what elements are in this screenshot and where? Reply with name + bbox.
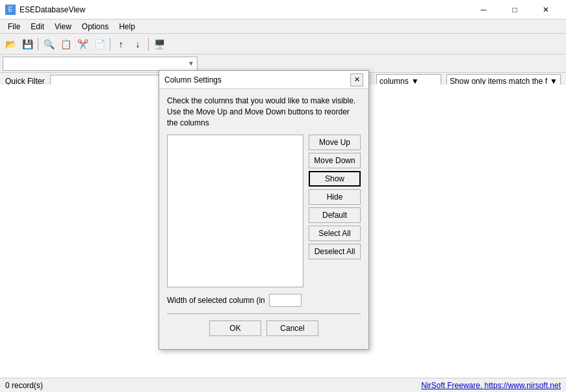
show-button[interactable]: Show [309,171,361,187]
dialog-body: Move Up Move Down Show Hide Default Sele… [167,135,361,287]
dialog-content: Check the columns that you would like to… [159,89,368,349]
dialog-description: Check the columns that you would like to… [167,96,361,128]
cancel-button[interactable]: Cancel [266,320,318,336]
default-button[interactable]: Default [309,207,361,223]
column-listbox[interactable] [167,135,303,287]
dialog-separator [167,313,361,314]
width-row: Width of selected column (in [167,294,361,307]
hide-button[interactable]: Hide [309,189,361,205]
dialog-overlay: Column Settings ✕ Check the columns that… [0,0,566,392]
move-down-button[interactable]: Move Down [309,153,361,168]
width-input[interactable] [269,294,302,307]
app-frame: E ESEDatabaseView ─ □ ✕ File Edit View O… [0,0,566,392]
width-label: Width of selected column (in [167,296,265,305]
column-settings-dialog: Column Settings ✕ Check the columns that… [159,70,369,350]
deselect-all-button[interactable]: Deselect All [309,244,361,259]
dialog-title-text: Column Settings [164,75,350,85]
ok-button[interactable]: OK [209,320,261,336]
dialog-footer: OK Cancel [167,320,361,343]
dialog-action-buttons: Move Up Move Down Show Hide Default Sele… [309,135,361,259]
move-up-button[interactable]: Move Up [309,135,361,150]
dialog-close-button[interactable]: ✕ [350,73,363,86]
select-all-button[interactable]: Select All [309,226,361,241]
dialog-title-bar: Column Settings ✕ [159,71,368,89]
